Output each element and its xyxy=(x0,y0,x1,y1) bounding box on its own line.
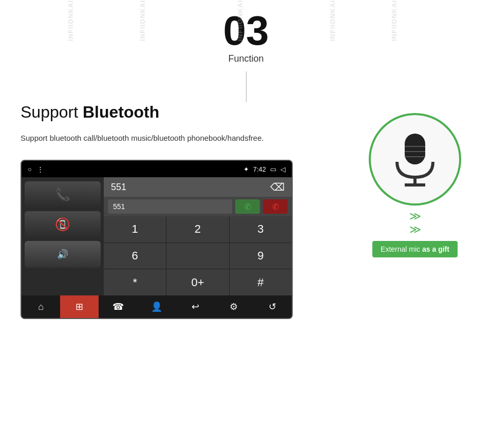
mic-circle xyxy=(369,113,461,206)
page-content: INFIIONKAI INFIIONKAI INFIIONKAI INFIION… xyxy=(0,0,492,448)
gift-label-bold: as a gift xyxy=(422,245,449,253)
key-empty xyxy=(166,243,229,269)
call-bar: 551 ✆ ✆ xyxy=(104,197,292,216)
mic-svg xyxy=(389,128,441,190)
status-bar: ○ ⋮ ✦ 7:42 ▭ ◁ xyxy=(22,161,292,177)
key-star[interactable]: * xyxy=(104,269,166,295)
chevron-down-icon: ≫≫ xyxy=(409,210,421,237)
phone-answer-icon: 📞 xyxy=(55,188,70,202)
key-hash[interactable]: # xyxy=(230,269,292,295)
volume-icon: 🔊 xyxy=(57,249,68,260)
key-6[interactable]: 6 xyxy=(104,243,166,269)
menu-icon: ⋮ xyxy=(37,165,44,173)
left-panel: 📞 📵 🔊 xyxy=(22,177,104,295)
hangup-btn[interactable]: 📵 xyxy=(25,211,101,238)
nav-apps[interactable]: ⊞ xyxy=(60,295,99,318)
call-bar-display: 551 xyxy=(108,199,232,214)
call-bar-answer[interactable]: ✆ xyxy=(235,199,260,214)
support-title: Support Bluetooth xyxy=(21,103,318,122)
display-row: 551 ⌫ xyxy=(104,177,292,197)
section-label: Function xyxy=(0,53,492,64)
battery-icon: ▭ xyxy=(270,165,276,173)
nav-home[interactable]: ⌂ xyxy=(22,295,60,318)
key-1[interactable]: 1 xyxy=(104,216,166,242)
dialpad-grid: 1 2 3 6 9 * 0+ # xyxy=(104,216,292,295)
svg-rect-0 xyxy=(405,134,425,164)
bottom-nav: ⌂ ⊞ ☎ 👤 ↩ ⚙ ↺ xyxy=(22,295,292,318)
nav-arrow[interactable]: ↩ xyxy=(176,295,215,318)
nav-settings[interactable]: ⚙ xyxy=(215,295,253,318)
call-bar-answer-icon: ✆ xyxy=(244,202,251,212)
bluetooth-icon: ✦ xyxy=(243,165,249,173)
circle-icon: ○ xyxy=(28,165,32,173)
nav-contacts[interactable]: 👤 xyxy=(137,295,176,318)
nav-back[interactable]: ↺ xyxy=(253,295,292,318)
backspace-icon[interactable]: ⌫ xyxy=(270,181,285,193)
back-icon: ◁ xyxy=(280,165,286,173)
call-bar-reject-icon: ✆ xyxy=(272,202,279,212)
status-right: ✦ 7:42 ▭ ◁ xyxy=(243,165,286,173)
support-description: Support bluetooth call/bluetooth music/b… xyxy=(21,132,318,144)
section-number: 03 xyxy=(0,10,492,51)
divider-line xyxy=(246,71,247,102)
status-left: ○ ⋮ xyxy=(28,165,44,173)
key-0[interactable]: 0+ xyxy=(166,269,229,295)
right-section: ≫≫ External mic as a gift xyxy=(358,113,471,257)
key-9[interactable]: 9 xyxy=(230,243,292,269)
call-bar-number: 551 xyxy=(113,202,125,211)
call-bar-reject[interactable]: ✆ xyxy=(263,199,288,214)
gift-label-normal: External mic xyxy=(381,245,422,253)
right-panel: 551 ⌫ 551 ✆ ✆ xyxy=(104,177,292,295)
title-normal: Support xyxy=(21,103,83,121)
left-section: Support Bluetooth Support bluetooth call… xyxy=(21,103,318,319)
phone-hangup-icon: 📵 xyxy=(55,217,70,232)
key-3[interactable]: 3 xyxy=(230,216,292,242)
time-display: 7:42 xyxy=(253,165,266,173)
nav-phone[interactable]: ☎ xyxy=(99,295,137,318)
title-bold: Bluetooth xyxy=(83,103,159,121)
key-2[interactable]: 2 xyxy=(166,216,229,242)
header-section: 03 Function xyxy=(0,0,492,102)
volume-btn[interactable]: 🔊 xyxy=(25,241,101,268)
dialed-number: 551 xyxy=(111,182,126,193)
phone-screen-mockup: ○ ⋮ ✦ 7:42 ▭ ◁ 📞 📵 xyxy=(21,160,293,319)
gift-badge: External mic as a gift xyxy=(372,241,458,257)
phone-body: 📞 📵 🔊 551 ⌫ xyxy=(22,177,292,295)
answer-btn[interactable]: 📞 xyxy=(25,181,101,208)
